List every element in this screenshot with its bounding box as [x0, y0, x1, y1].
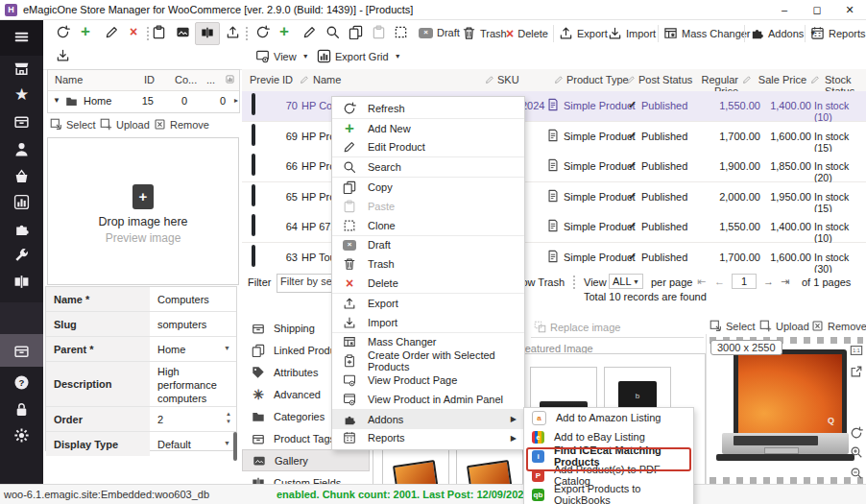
minimize-button[interactable]: –	[768, 0, 801, 19]
upload-tray-button[interactable]	[226, 25, 240, 39]
col-id[interactable]: ID	[282, 74, 293, 85]
add-button[interactable]: +	[81, 25, 90, 38]
featured-remove-button[interactable]: Remove	[811, 320, 866, 332]
maximize-button[interactable]: ◻	[801, 0, 833, 19]
name-field[interactable]: Computers	[150, 287, 236, 311]
grid-paste-button[interactable]	[372, 25, 386, 39]
menu-item-add-new[interactable]: +Add New	[332, 119, 524, 138]
paste-special-button[interactable]	[152, 25, 166, 39]
grid-copy-button[interactable]	[349, 25, 363, 39]
order-stepper[interactable]: 2 ▲▼	[150, 407, 236, 431]
columns-toggle-pressed[interactable]	[195, 22, 220, 45]
spinner-arrows-icon[interactable]: ▲▼	[226, 410, 231, 426]
category-select-image-button[interactable]: Select	[50, 118, 96, 131]
submenu-item-amazon[interactable]: aAdd to Amazon Listing	[524, 408, 693, 427]
addons-button[interactable]: Addons▼	[750, 26, 816, 40]
next-page-icon[interactable]: →	[763, 276, 774, 287]
store-icon[interactable]	[0, 60, 43, 77]
rotate-icon[interactable]	[850, 426, 863, 440]
menu-item-clone[interactable]: Clone	[332, 216, 524, 235]
close-button[interactable]: ✕	[833, 0, 866, 19]
chevron-expand-icon[interactable]: ▼	[53, 96, 60, 105]
tab-gallery[interactable]: Gallery	[242, 449, 370, 471]
menu-item-search[interactable]: Search	[332, 157, 524, 177]
featured-upload-button[interactable]: Upload	[759, 320, 809, 332]
prev-page-icon[interactable]: ←	[714, 276, 725, 287]
replace-image-button[interactable]: Replace image	[534, 321, 620, 333]
col-name[interactable]: Name	[313, 74, 341, 85]
refresh-button[interactable]	[56, 25, 70, 39]
menu-item-import[interactable]: Import	[332, 313, 524, 332]
aspect-ratio-icon[interactable]	[850, 344, 863, 357]
submenu-item-icecat[interactable]: iFind ICEcat Matching Products	[524, 446, 693, 466]
grid-search-button[interactable]	[325, 25, 340, 39]
submenu-item-quickbooks[interactable]: qbExport Products to QuickBooks	[524, 485, 693, 504]
col-name[interactable]: Name	[55, 74, 83, 85]
trash-button[interactable]: Trash	[462, 26, 507, 40]
form-scrollbar[interactable]	[233, 432, 237, 461]
submenu-item-ebay[interactable]: eAdd to eBay Listing	[524, 427, 693, 446]
toolbar-grip[interactable]	[147, 27, 151, 40]
menu-item-view-admin-panel[interactable]: View Product in Admin Panel	[332, 390, 524, 409]
menu-item-addons[interactable]: Addons▶	[332, 410, 524, 429]
delete-x-button[interactable]: ×	[130, 25, 137, 38]
menu-item-refresh[interactable]: Refresh	[332, 99, 524, 118]
col-sale-price[interactable]: Sale Price	[756, 74, 806, 85]
export-button[interactable]: Export	[559, 26, 608, 40]
export-grid-button[interactable]: Export Grid▼	[317, 49, 401, 63]
display-type-select[interactable]: Default▼	[150, 432, 236, 456]
customers-icon[interactable]	[0, 141, 43, 157]
delete-button[interactable]: ×Delete	[506, 27, 548, 40]
col-sku[interactable]: SKU	[497, 74, 519, 85]
col-preview[interactable]: Previe	[250, 74, 279, 85]
grid-edit-button[interactable]	[302, 25, 317, 39]
toolbar-grip[interactable]	[246, 27, 250, 40]
submenu-item-pdf-catalog[interactable]: PAdd Product(s) to PDF Catalog	[524, 466, 693, 485]
statistics-icon[interactable]	[0, 194, 43, 210]
menu-item-draft[interactable]: ×Draft	[332, 236, 524, 255]
view-per-page-select[interactable]: ALL▼	[609, 274, 643, 289]
download-tray-button[interactable]	[56, 48, 70, 62]
open-external-icon[interactable]	[850, 365, 863, 378]
tools-wrench-icon[interactable]	[0, 248, 43, 264]
basket-icon[interactable]	[0, 168, 43, 184]
zoom-in-icon[interactable]	[850, 445, 863, 459]
settings-gear-icon[interactable]	[0, 427, 43, 444]
products-active-icon[interactable]	[0, 343, 43, 359]
help-icon[interactable]	[0, 374, 43, 391]
menu-item-trash[interactable]: Trash	[332, 254, 524, 274]
menu-item-delete[interactable]: ×Delete	[332, 274, 524, 293]
menu-item-reports[interactable]: Reports▶	[332, 429, 524, 448]
hamburger-menu-icon[interactable]	[0, 29, 43, 45]
grid-add-button[interactable]: +	[279, 25, 289, 38]
reports-button[interactable]: Reports▼	[810, 26, 866, 40]
menu-item-copy[interactable]: Copy	[332, 178, 524, 197]
grid-refresh-button[interactable]	[255, 25, 270, 39]
description-field[interactable]: High performance computers	[150, 362, 236, 406]
menu-item-view-product-page[interactable]: View Product Page	[332, 371, 524, 390]
import-button[interactable]: Import	[608, 26, 656, 40]
sort-icon[interactable]	[226, 75, 234, 84]
grid-clone-button[interactable]	[394, 25, 408, 39]
col-product-type[interactable]: Product Type	[566, 74, 629, 85]
edit-button[interactable]	[105, 25, 119, 39]
featured-select-button[interactable]: Select	[710, 320, 756, 332]
draft-button[interactable]: ×Draft	[419, 27, 460, 38]
mass-changer-button[interactable]: Mass Changer	[663, 26, 751, 40]
lock-icon[interactable]	[0, 401, 43, 418]
menu-item-paste[interactable]: Paste	[332, 197, 524, 216]
parent-select[interactable]: Home▼	[150, 337, 236, 361]
layout-columns-icon[interactable]	[0, 274, 43, 290]
addons-puzzle-icon[interactable]	[0, 221, 43, 237]
category-upload-image-button[interactable]: Upload	[100, 118, 150, 131]
last-page-icon[interactable]: ⇥	[781, 276, 789, 288]
col-id[interactable]: ID	[144, 74, 155, 85]
view-button[interactable]: View▼	[255, 49, 309, 63]
menu-item-create-order[interactable]: Create Order with Selected Products	[332, 351, 524, 371]
image-button[interactable]	[176, 25, 190, 39]
menu-item-edit-product[interactable]: Edit Product	[332, 138, 524, 157]
image-dropzone[interactable]: + Drop image here Preview image	[47, 137, 239, 285]
col-more[interactable]: ...	[206, 74, 215, 85]
col-count[interactable]: Co...	[175, 74, 197, 85]
slug-field[interactable]: somputers	[150, 312, 236, 336]
